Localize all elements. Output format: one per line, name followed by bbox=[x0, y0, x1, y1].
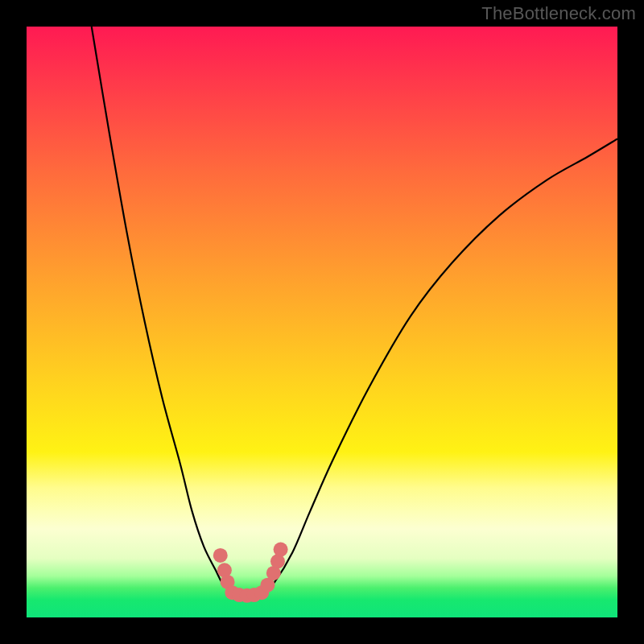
marker-dot bbox=[213, 548, 228, 563]
watermark-text: TheBottleneck.com bbox=[481, 3, 636, 24]
plot-area bbox=[27, 27, 617, 617]
left-curve bbox=[92, 27, 233, 594]
marker-dots bbox=[213, 543, 288, 603]
curve-layer bbox=[27, 27, 617, 617]
right-curve bbox=[263, 138, 617, 593]
marker-dot bbox=[274, 543, 288, 557]
chart-frame: TheBottleneck.com bbox=[0, 0, 644, 644]
